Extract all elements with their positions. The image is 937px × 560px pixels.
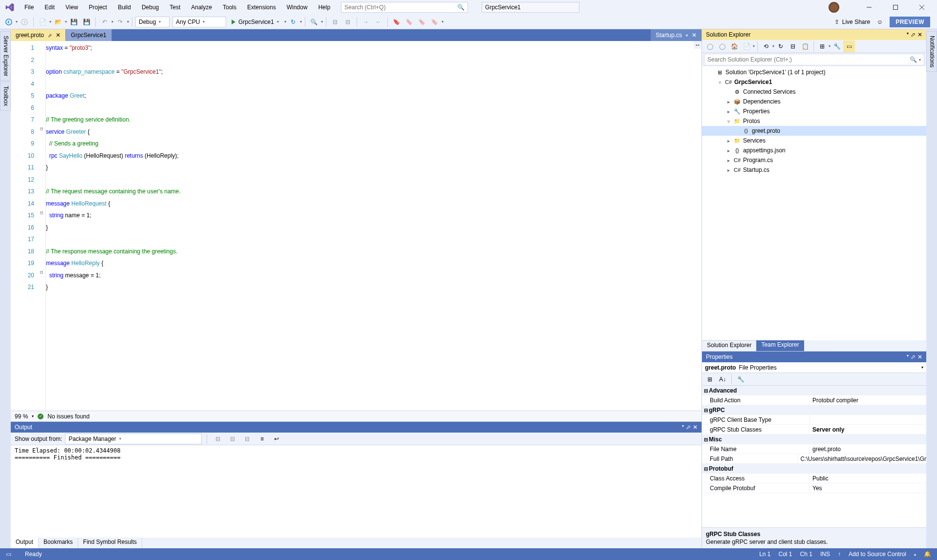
close-icon[interactable]: ✕: [693, 424, 698, 431]
feedback-button[interactable]: ☺: [874, 16, 886, 28]
prev-bookmark-button[interactable]: 🔖: [404, 16, 415, 28]
props-row[interactable]: Compile ProtobufYes: [702, 483, 926, 493]
sol-collapse-button[interactable]: ⊟: [787, 41, 799, 52]
props-category[interactable]: ⊟ gRPC: [702, 405, 926, 415]
sol-scope-button[interactable]: 📄: [741, 41, 752, 52]
side-toolbox[interactable]: Toolbox: [0, 82, 11, 110]
tree-node[interactable]: ▸{}appsettings.json: [702, 145, 926, 155]
live-share-button[interactable]: ⇪ Live Share: [834, 19, 870, 25]
menu-file[interactable]: File: [20, 2, 39, 13]
props-alpha-button[interactable]: A↓: [717, 373, 728, 385]
pin-icon[interactable]: ⬀: [911, 31, 916, 38]
split-icon[interactable]: ↔: [694, 41, 702, 49]
side-server-explorer[interactable]: Server Explorer: [0, 31, 11, 81]
close-tab-icon[interactable]: ✕: [56, 32, 61, 39]
solution-search[interactable]: 🔍▾: [704, 54, 924, 65]
output-body[interactable]: Time Elapsed: 00:00:02.4344908 =========…: [11, 445, 702, 538]
maximize-button[interactable]: [884, 0, 907, 15]
sol-refresh-button[interactable]: ↻: [775, 41, 787, 52]
bottom-tab-find-symbol-results[interactable]: Find Symbol Results: [78, 538, 142, 548]
props-row[interactable]: Class AccessPublic: [702, 474, 926, 483]
menu-tools[interactable]: Tools: [218, 2, 241, 13]
menu-edit[interactable]: Edit: [40, 2, 60, 13]
quick-search[interactable]: 🔍: [341, 2, 468, 13]
props-row[interactable]: Build ActionProtobuf compiler: [702, 395, 926, 405]
output-wrap-button[interactable]: ↩: [271, 433, 282, 445]
solution-search-input[interactable]: [707, 56, 910, 63]
sol-sync-button[interactable]: ⟲: [760, 41, 772, 52]
open-file-button[interactable]: 📂: [52, 16, 64, 28]
status-line[interactable]: Ln 1: [759, 551, 770, 558]
sol-show-all-button[interactable]: 📋: [799, 41, 811, 52]
save-all-button[interactable]: 💾: [81, 16, 92, 28]
undo-button[interactable]: ↶: [99, 16, 110, 28]
save-button[interactable]: 💾: [68, 16, 80, 28]
props-category[interactable]: ⊟ Protobuf: [702, 464, 926, 474]
output-btn-2[interactable]: ⊟: [227, 433, 238, 445]
output-btn-3[interactable]: ⊟: [241, 433, 253, 445]
bottom-tab-output[interactable]: Output: [11, 538, 39, 548]
platform-dropdown[interactable]: Any CPU▾: [172, 17, 226, 27]
sol-preview-button[interactable]: ▭: [843, 41, 855, 52]
dropdown-icon[interactable]: ▾: [907, 353, 909, 360]
menu-analyze[interactable]: Analyze: [186, 2, 217, 13]
preview-button[interactable]: PREVIEW: [890, 17, 930, 27]
pin-icon[interactable]: ⬀: [48, 33, 52, 38]
dropdown-icon[interactable]: ▾: [907, 31, 909, 38]
preview-tab[interactable]: Startup.cs ▾ ✕: [651, 29, 702, 41]
output-btn-1[interactable]: ⊟: [212, 433, 224, 445]
dropdown-icon[interactable]: ▾: [682, 424, 684, 431]
zoom-label[interactable]: 99 %: [15, 413, 28, 420]
clear-bookmarks-button[interactable]: 🔖: [429, 16, 441, 28]
uncomment-button[interactable]: ⊟: [342, 16, 354, 28]
props-category[interactable]: ⊟ Advanced: [702, 386, 926, 395]
outdent-button[interactable]: ←: [373, 16, 384, 28]
solution-tree[interactable]: ⊞Solution 'GrpcService1' (1 of 1 project…: [702, 66, 926, 340]
sol-forward-button[interactable]: ◯: [716, 41, 728, 52]
props-row[interactable]: gRPC Client Base Type: [702, 415, 926, 425]
tree-node[interactable]: ⊞Solution 'GrpcService1' (1 of 1 project…: [702, 67, 926, 77]
props-row[interactable]: Full PathC:\Users\shirhatti\source\repos…: [702, 454, 926, 464]
sol-tab-solution-explorer[interactable]: Solution Explorer: [702, 340, 756, 351]
menu-test[interactable]: Test: [165, 2, 185, 13]
pin-icon[interactable]: ⬀: [911, 353, 916, 360]
tree-node[interactable]: ▸C#Program.cs: [702, 155, 926, 165]
find-button[interactable]: 🔍: [308, 16, 320, 28]
props-row[interactable]: File Namegreet.proto: [702, 444, 926, 454]
menu-extensions[interactable]: Extensions: [242, 2, 281, 13]
props-row[interactable]: gRPC Stub ClassesServer only: [702, 425, 926, 435]
tree-node[interactable]: ▸📁Services: [702, 136, 926, 145]
start-debug-button[interactable]: GrpcService1 ▾: [227, 17, 283, 27]
new-project-button[interactable]: 📄: [37, 16, 48, 28]
tree-node[interactable]: ▸C#Startup.cs: [702, 165, 926, 175]
indent-button[interactable]: →: [360, 16, 372, 28]
properties-grid[interactable]: ⊟ AdvancedBuild ActionProtobuf compiler⊟…: [702, 386, 926, 493]
status-source-control[interactable]: Add to Source Control: [849, 551, 906, 558]
editor-tab[interactable]: GrpcService1: [66, 29, 112, 41]
tree-node[interactable]: ⟨⟩greet.proto: [702, 126, 926, 136]
search-input[interactable]: [344, 4, 457, 11]
props-categorized-button[interactable]: ⊞: [704, 373, 716, 385]
sol-home-button[interactable]: 🏠: [728, 41, 740, 52]
code-body[interactable]: syntax = "proto3"; option csharp_namespa…: [46, 41, 702, 411]
props-pages-button[interactable]: 🔧: [735, 373, 746, 385]
nav-forward-button[interactable]: [19, 16, 30, 28]
tree-node[interactable]: ▸🔧Properties: [702, 106, 926, 116]
tree-node[interactable]: ⚙Connected Services: [702, 87, 926, 97]
close-icon[interactable]: ✕: [917, 31, 922, 38]
bottom-tab-bookmarks[interactable]: Bookmarks: [39, 538, 78, 548]
status-col[interactable]: Col 1: [779, 551, 792, 558]
next-bookmark-button[interactable]: 🔖: [416, 16, 428, 28]
menu-help[interactable]: Help: [313, 2, 335, 13]
sol-tab-team-explorer[interactable]: Team Explorer: [756, 340, 804, 351]
sol-properties-button[interactable]: 🔧: [831, 41, 843, 52]
properties-file-row[interactable]: greet.proto File Properties ▾: [702, 362, 926, 373]
tree-node[interactable]: ▿C#GrpcService1: [702, 77, 926, 87]
nav-back-button[interactable]: [3, 16, 15, 28]
menu-window[interactable]: Window: [282, 2, 313, 13]
bookmark-button[interactable]: 🔖: [391, 16, 403, 28]
menu-project[interactable]: Project: [84, 2, 112, 13]
pin-icon[interactable]: ⬀: [686, 424, 691, 431]
status-ch[interactable]: Ch 1: [800, 551, 812, 558]
bell-icon[interactable]: 🔔: [924, 551, 931, 558]
